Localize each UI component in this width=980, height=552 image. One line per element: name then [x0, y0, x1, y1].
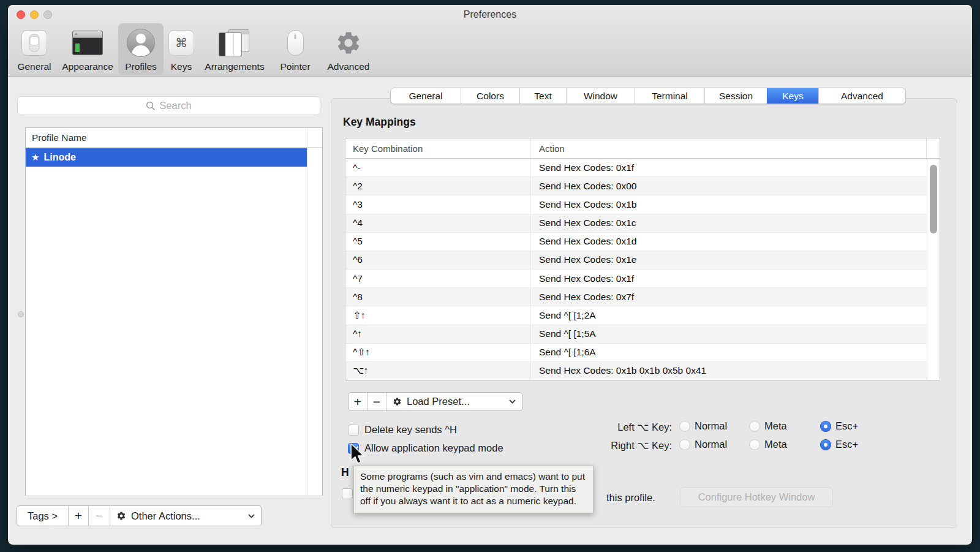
right-option-esc-radio[interactable]: Esc+ — [820, 439, 858, 450]
table-row[interactable]: ^7Send Hex Codes: 0x1f — [345, 270, 940, 288]
toggle-switch-icon — [21, 30, 47, 56]
scrollbar-thumb[interactable] — [930, 165, 937, 233]
configure-hotkey-window-button[interactable]: Configure Hotkey Window — [680, 487, 833, 507]
table-header: Key Combination Action — [345, 138, 940, 159]
table-body: ^-Send Hex Codes: 0x1f ^2Send Hex Codes:… — [345, 159, 940, 380]
keypad-mode-tooltip: Some programs (such as vim and emacs) wa… — [353, 466, 594, 513]
title-bar: Preferences General Appearance Profiles … — [8, 5, 972, 77]
remove-profile-button[interactable]: − — [88, 506, 110, 526]
table-row[interactable]: ^⇧↑Send ^[ [1;6A — [345, 344, 940, 362]
tab-keys[interactable]: Keys — [767, 88, 818, 104]
left-option-normal-radio[interactable]: Normal — [679, 420, 727, 432]
tab-colors[interactable]: Colors — [461, 88, 519, 104]
search-placeholder: Search — [159, 100, 191, 112]
table-row[interactable]: ^4Send Hex Codes: 0x1c — [345, 214, 940, 233]
star-icon: ★ — [31, 152, 39, 163]
gear-icon — [116, 511, 126, 521]
column-action: Action — [530, 138, 927, 158]
person-icon — [127, 29, 155, 57]
table-row[interactable]: ^-Send Hex Codes: 0x1f — [345, 159, 940, 177]
right-option-meta-radio[interactable]: Meta — [749, 439, 787, 450]
profile-list-header: Profile Name — [26, 128, 322, 148]
chevron-down-icon — [509, 399, 516, 404]
desktop-background: Preferences General Appearance Profiles … — [0, 0, 980, 552]
table-row[interactable]: ^6Send Hex Codes: 0x1e — [345, 251, 940, 270]
tab-window[interactable]: Window — [566, 88, 635, 104]
tab-advanced[interactable]: Advanced — [818, 88, 905, 104]
toolbar-item-advanced[interactable]: Advanced — [320, 23, 377, 75]
table-row[interactable]: ^8Send Hex Codes: 0x7f — [345, 288, 940, 306]
terminal-window-icon — [72, 31, 103, 55]
profile-tabs: General Colors Text Window Terminal Sess… — [390, 88, 906, 104]
add-mapping-button[interactable]: + — [349, 393, 367, 410]
load-preset-dropdown[interactable]: Load Preset... — [386, 393, 522, 410]
key-mappings-table: Key Combination Action ^-Send Hex Codes:… — [345, 138, 940, 380]
toolbar-item-general[interactable]: General — [12, 23, 57, 75]
key-mapping-actions-bar: + − Load Preset... — [348, 392, 522, 411]
delete-key-checkbox[interactable] — [348, 425, 359, 436]
profile-actions-bar: Tags > + − Other Actions... — [17, 505, 262, 526]
right-option-key-label: Right ⌥ Key: — [586, 440, 672, 452]
column-key-combination: Key Combination — [345, 138, 530, 158]
gear-icon — [335, 27, 362, 59]
add-profile-button[interactable]: + — [68, 506, 88, 526]
profile-list: Profile Name ★ Linode — [25, 127, 323, 496]
tab-general[interactable]: General — [391, 88, 461, 104]
hotkey-profile-text: this profile. — [606, 492, 655, 504]
hotkey-checkbox[interactable] — [342, 488, 353, 499]
tab-text[interactable]: Text — [519, 88, 566, 104]
chevron-down-icon — [248, 514, 255, 518]
left-option-esc-radio[interactable]: Esc+ — [820, 420, 858, 432]
remove-mapping-button[interactable]: − — [367, 393, 386, 410]
window-title: Preferences — [8, 9, 972, 20]
search-icon — [146, 101, 156, 111]
table-row[interactable]: ^2Send Hex Codes: 0x00 — [345, 177, 940, 195]
toolbar-item-profiles[interactable]: Profiles — [118, 23, 164, 75]
search-input[interactable]: Search — [17, 96, 320, 115]
key-mappings-heading: Key Mappings — [343, 116, 416, 129]
hotkey-heading-partial: H — [341, 466, 349, 479]
mouse-icon — [287, 30, 304, 56]
mouse-cursor-icon — [349, 444, 364, 467]
toolbar-item-keys[interactable]: ⌘ Keys — [164, 23, 199, 75]
preferences-toolbar: General Appearance Profiles ⌘ Keys Arran… — [12, 23, 377, 75]
table-row[interactable]: ^5Send Hex Codes: 0x1d — [345, 233, 940, 251]
delete-key-option: Delete key sends ^H — [348, 424, 457, 436]
tab-session[interactable]: Session — [704, 88, 767, 104]
toolbar-item-arrangements[interactable]: Arrangements — [199, 23, 270, 75]
preferences-window: Preferences General Appearance Profiles … — [8, 5, 972, 545]
left-option-meta-radio[interactable]: Meta — [749, 420, 787, 432]
toolbar-item-pointer[interactable]: Pointer — [270, 23, 320, 75]
tags-button[interactable]: Tags > — [17, 506, 68, 526]
right-option-normal-radio[interactable]: Normal — [679, 439, 727, 450]
table-row[interactable]: ⌥↑Send Hex Codes: 0x1b 0x1b 0x5b 0x41 — [345, 362, 940, 380]
table-row[interactable]: ^3Send Hex Codes: 0x1b — [345, 195, 940, 214]
table-row[interactable]: ⇧↑Send ^[ [1;2A — [345, 306, 940, 325]
toolbar-item-appearance[interactable]: Appearance — [57, 23, 118, 75]
profile-row-linode[interactable]: ★ Linode — [26, 148, 307, 167]
keypad-mode-option: Allow application keypad mode — [348, 442, 503, 454]
gear-icon — [393, 397, 402, 406]
stacked-windows-icon — [219, 29, 251, 56]
column-divider — [307, 128, 307, 496]
pane-splitter-handle[interactable] — [18, 311, 24, 317]
tab-terminal[interactable]: Terminal — [635, 88, 704, 104]
other-actions-dropdown[interactable]: Other Actions... — [110, 506, 261, 526]
table-row[interactable]: ^↑Send ^[ [1;5A — [345, 325, 940, 344]
profile-name: Linode — [43, 152, 75, 163]
left-option-key-label: Left ⌥ Key: — [586, 422, 672, 433]
command-key-icon: ⌘ — [168, 30, 194, 56]
